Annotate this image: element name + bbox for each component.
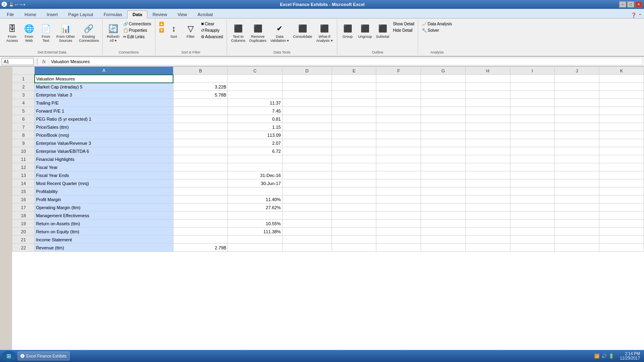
clear-button[interactable]: ✖ Clear <box>200 21 224 27</box>
cell-empty[interactable] <box>599 123 644 131</box>
cell-empty[interactable] <box>421 107 466 115</box>
cell-empty[interactable] <box>465 91 510 99</box>
col-header-g[interactable]: G <box>421 67 466 75</box>
what-if-analysis-button[interactable]: ⬛ What-IfAnalysis ▾ <box>315 21 334 44</box>
cell-empty[interactable] <box>421 220 466 228</box>
cell-empty[interactable] <box>555 115 599 123</box>
cell-empty[interactable] <box>421 212 466 220</box>
cell-empty[interactable] <box>332 163 376 171</box>
cell-empty[interactable] <box>599 75 644 83</box>
subtotal-button[interactable]: ⬛ Subtotal <box>374 21 391 40</box>
cell-empty[interactable] <box>376 212 421 220</box>
cell-a22[interactable]: Revenue (ttm) <box>35 244 173 252</box>
cell-empty[interactable] <box>599 91 644 99</box>
cell-a2[interactable]: Market Cap (intraday) 5 <box>35 83 173 91</box>
cell-empty[interactable] <box>465 187 510 195</box>
cell-empty[interactable] <box>421 91 466 99</box>
cell-empty[interactable] <box>599 220 644 228</box>
cell-empty[interactable] <box>332 236 376 244</box>
cell-empty[interactable] <box>282 171 332 179</box>
cell-b22[interactable]: 2.79B <box>173 244 227 252</box>
cell-c21[interactable] <box>228 236 282 244</box>
cell-empty[interactable] <box>599 155 644 163</box>
cell-empty[interactable] <box>332 107 376 115</box>
sort-az-button[interactable]: 🔼 <box>158 21 165 27</box>
start-button[interactable]: ⊞ <box>2 351 16 361</box>
cell-a6[interactable]: PEG Ratio (5 yr expected) 1 <box>35 115 173 123</box>
cell-c2[interactable] <box>228 83 282 91</box>
cell-empty[interactable] <box>376 171 421 179</box>
tab-view[interactable]: View <box>172 10 192 18</box>
col-header-f[interactable]: F <box>376 67 421 75</box>
cell-empty[interactable] <box>510 179 555 187</box>
cell-empty[interactable] <box>376 75 421 83</box>
cell-b20[interactable] <box>173 228 227 236</box>
cell-empty[interactable] <box>599 139 644 147</box>
cell-a3[interactable]: Enterprise Value 3 <box>35 91 173 99</box>
taskbar-excel-item[interactable]: 🅧 Excel Finance Exhibits <box>18 352 70 360</box>
cell-empty[interactable] <box>510 228 555 236</box>
cell-empty[interactable] <box>465 115 510 123</box>
cell-empty[interactable] <box>282 75 332 83</box>
text-to-columns-button[interactable]: ⬛ Text toColumns <box>229 21 247 44</box>
cell-empty[interactable] <box>465 236 510 244</box>
cell-empty[interactable] <box>282 123 332 131</box>
cell-empty[interactable] <box>282 107 332 115</box>
cell-empty[interactable] <box>510 131 555 139</box>
cell-empty[interactable] <box>421 179 466 187</box>
cell-empty[interactable] <box>421 147 466 155</box>
tab-home[interactable]: Home <box>19 10 41 18</box>
cell-empty[interactable] <box>555 195 599 204</box>
cell-empty[interactable] <box>555 147 599 155</box>
cell-empty[interactable] <box>555 236 599 244</box>
cell-c18[interactable] <box>228 212 282 220</box>
cell-empty[interactable] <box>599 212 644 220</box>
cell-empty[interactable] <box>376 163 421 171</box>
cell-empty[interactable] <box>555 187 599 195</box>
existing-connections-button[interactable]: 🔗 ExistingConnections <box>77 21 100 44</box>
cell-empty[interactable] <box>421 163 466 171</box>
refresh-all-button[interactable]: 🔄 RefreshAll ▾ <box>105 21 121 44</box>
cell-b19[interactable] <box>173 220 227 228</box>
cell-empty[interactable] <box>465 83 510 91</box>
cell-a11[interactable]: Financial Highlights <box>35 155 173 163</box>
cell-empty[interactable] <box>599 236 644 244</box>
cell-empty[interactable] <box>332 123 376 131</box>
cell-empty[interactable] <box>282 244 332 252</box>
cell-empty[interactable] <box>282 147 332 155</box>
cell-empty[interactable] <box>421 155 466 163</box>
cell-empty[interactable] <box>465 171 510 179</box>
cell-empty[interactable] <box>510 155 555 163</box>
cell-empty[interactable] <box>599 195 644 204</box>
cell-empty[interactable] <box>510 147 555 155</box>
cell-empty[interactable] <box>599 179 644 187</box>
cell-empty[interactable] <box>376 228 421 236</box>
cell-empty[interactable] <box>376 99 421 107</box>
cell-empty[interactable] <box>465 139 510 147</box>
cell-empty[interactable] <box>555 155 599 163</box>
cell-empty[interactable] <box>282 236 332 244</box>
cell-empty[interactable] <box>376 91 421 99</box>
cell-empty[interactable] <box>465 244 510 252</box>
col-header-c[interactable]: C <box>228 67 282 75</box>
cell-b17[interactable] <box>173 204 227 212</box>
cell-b10[interactable] <box>173 147 227 155</box>
cell-empty[interactable] <box>599 187 644 195</box>
cell-empty[interactable] <box>332 99 376 107</box>
cell-empty[interactable] <box>376 195 421 204</box>
minimize-button[interactable]: − <box>619 1 626 8</box>
cell-empty[interactable] <box>465 99 510 107</box>
cell-empty[interactable] <box>332 195 376 204</box>
cell-empty[interactable] <box>332 187 376 195</box>
cell-empty[interactable] <box>282 195 332 204</box>
cell-empty[interactable] <box>599 204 644 212</box>
cell-empty[interactable] <box>332 220 376 228</box>
cell-empty[interactable] <box>510 236 555 244</box>
cell-empty[interactable] <box>421 228 466 236</box>
sort-za-button[interactable]: 🔽 <box>158 27 165 33</box>
cell-empty[interactable] <box>376 147 421 155</box>
cell-empty[interactable] <box>599 244 644 252</box>
cell-empty[interactable] <box>555 107 599 115</box>
cell-a14[interactable]: Most Recent Quarter (mrq) <box>35 179 173 187</box>
edit-links-button[interactable]: ✏ Edit Links <box>122 34 153 40</box>
